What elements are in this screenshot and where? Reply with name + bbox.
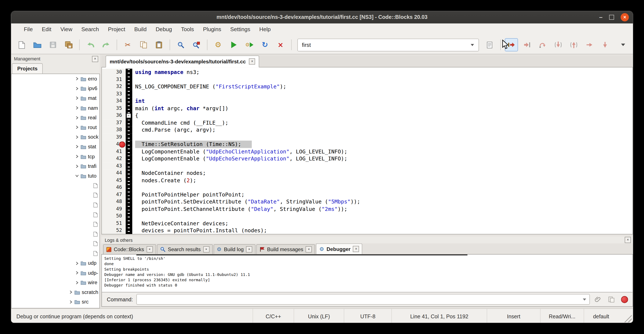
undo-button[interactable]	[84, 38, 97, 51]
build-button[interactable]: ⚙	[212, 38, 224, 51]
log-tab-close-button[interactable]: ×	[353, 246, 359, 252]
save-all-button[interactable]	[62, 38, 75, 51]
chevron-right-icon[interactable]	[75, 77, 79, 81]
fold-margin[interactable]	[126, 162, 132, 169]
line-number[interactable]: 35	[102, 105, 126, 112]
step-into-button[interactable]	[552, 38, 565, 51]
code-line[interactable]: 45 nodes.Create (2);	[102, 177, 632, 184]
menu-item-file[interactable]: File	[19, 24, 37, 36]
redo-button[interactable]	[100, 38, 113, 51]
code-line[interactable]: 30using namespace ns3;	[102, 69, 632, 76]
fold-margin[interactable]	[126, 213, 132, 220]
chevron-down-icon[interactable]	[75, 174, 79, 178]
tree-item-th[interactable]: th	[12, 249, 99, 258]
open-file-button[interactable]	[31, 38, 44, 51]
fold-margin[interactable]	[126, 148, 132, 155]
chevron-right-icon[interactable]	[75, 87, 79, 90]
menu-item-project[interactable]: Project	[104, 24, 130, 36]
run-button[interactable]	[227, 38, 240, 51]
build-target-select[interactable]: first	[298, 38, 479, 51]
line-number[interactable]: 31	[102, 76, 126, 83]
chevron-right-icon[interactable]	[75, 281, 79, 284]
logs-splitter[interactable]	[102, 234, 633, 236]
tree-item-nam[interactable]: nam	[12, 103, 99, 113]
fold-margin[interactable]	[126, 76, 132, 83]
line-number[interactable]: 37	[102, 119, 126, 126]
menu-item-edit[interactable]: Edit	[37, 24, 56, 36]
code-line[interactable]: 41 LogComponentEnable ("UdpEchoClientApp…	[102, 148, 632, 155]
code-line[interactable]: 36{	[102, 112, 632, 119]
code-line[interactable]: 35main (int argc, char *argv[])	[102, 105, 632, 112]
line-number[interactable]: 34	[102, 98, 126, 105]
close-button[interactable]: ×	[621, 13, 629, 22]
chevron-right-icon[interactable]	[75, 116, 79, 119]
tree-item-fir[interactable]: fir	[12, 191, 99, 200]
fold-margin[interactable]	[126, 169, 132, 177]
line-number[interactable]: 36	[102, 112, 126, 119]
log-tab-close-button[interactable]: ×	[203, 246, 209, 252]
code-line[interactable]: 47 PointToPointHelper pointToPoint;	[102, 191, 632, 198]
log-tab-build-messages[interactable]: Build messages×	[256, 244, 315, 254]
tree-item-tuto[interactable]: tuto	[12, 171, 99, 181]
code-line[interactable]: 42 LogComponentEnable ("UdpEchoServerApp…	[102, 155, 632, 162]
code-line[interactable]: 50	[102, 213, 632, 220]
management-close-button[interactable]: ×	[92, 56, 98, 62]
tree-item-scratch[interactable]: scratch	[12, 287, 99, 297]
tree-item-udp-[interactable]: udp-	[12, 268, 99, 278]
fold-margin[interactable]	[126, 177, 132, 184]
line-number[interactable]: 33	[102, 90, 126, 98]
tree-item-fif[interactable]: fif	[12, 181, 99, 191]
log-tab-close-button[interactable]: ×	[306, 246, 312, 252]
code-line[interactable]: 51 NetDeviceContainer devices;	[102, 220, 632, 227]
line-number[interactable]: 32	[102, 83, 126, 90]
debugger-output[interactable]: Setting SHELL to '/bin/sh'doneSetting br…	[102, 254, 633, 292]
fold-margin[interactable]	[126, 198, 132, 205]
run-to-cursor-button[interactable]	[520, 38, 534, 51]
fold-margin[interactable]	[126, 90, 132, 98]
next-line-button[interactable]	[536, 38, 549, 51]
menu-item-help[interactable]: Help	[255, 24, 275, 36]
step-into-instruction-button[interactable]	[598, 38, 612, 51]
tree-item-mat[interactable]: mat	[12, 94, 99, 103]
fold-collapse-icon[interactable]	[126, 113, 131, 118]
log-tab-search-results[interactable]: Search results×	[157, 244, 212, 254]
tree-item-erro[interactable]: erro	[12, 74, 99, 84]
fold-margin[interactable]	[126, 105, 132, 112]
code-line[interactable]: 38 cmd.Parse (argc, argv);	[102, 126, 632, 134]
tree-item-real[interactable]: real	[12, 113, 99, 123]
tree-item-rout[interactable]: rout	[12, 123, 99, 132]
new-file-button[interactable]	[15, 38, 28, 51]
chevron-right-icon[interactable]	[75, 164, 79, 168]
find-button[interactable]	[174, 38, 187, 51]
attach-button[interactable]	[593, 294, 603, 304]
menu-item-plugins[interactable]: Plugins	[198, 24, 226, 36]
line-number[interactable]: 47	[102, 191, 126, 198]
tree-item-wire[interactable]: wire	[12, 278, 99, 287]
line-number[interactable]: 43	[102, 162, 126, 169]
menu-item-view[interactable]: View	[56, 24, 77, 36]
log-tab-close-button[interactable]: ×	[146, 246, 153, 252]
line-number[interactable]: 49	[102, 205, 126, 213]
fold-margin[interactable]	[126, 191, 132, 198]
replace-button[interactable]	[190, 38, 203, 51]
code-line[interactable]: 37 CommandLine cmd (__FILE__);	[102, 119, 632, 126]
save-button[interactable]	[46, 38, 60, 51]
tree-item-udp[interactable]: udp	[12, 258, 99, 268]
tree-item-stat[interactable]: stat	[12, 142, 99, 152]
tab-projects[interactable]: Projects	[12, 63, 43, 74]
chevron-right-icon[interactable]	[69, 300, 72, 304]
compile-target-info-button[interactable]	[483, 38, 496, 51]
chevron-right-icon[interactable]	[75, 96, 79, 100]
fold-margin[interactable]	[126, 126, 132, 134]
fold-margin[interactable]	[126, 98, 132, 105]
menu-item-build[interactable]: Build	[130, 24, 151, 36]
code-line[interactable]: 39	[102, 134, 632, 141]
copy-button[interactable]	[137, 38, 150, 51]
chevron-right-icon[interactable]	[75, 135, 79, 139]
line-number[interactable]: 41	[102, 148, 126, 155]
log-tab-build-log[interactable]: ⚙Build log×	[214, 244, 256, 254]
toolbar-overflow-button[interactable]	[616, 38, 630, 51]
line-number[interactable]: 39	[102, 134, 126, 141]
fold-margin[interactable]	[126, 83, 132, 90]
editor-tab-first-cc[interactable]: mnt/dev/tools/source/ns-3-dev/examples/t…	[106, 56, 259, 67]
